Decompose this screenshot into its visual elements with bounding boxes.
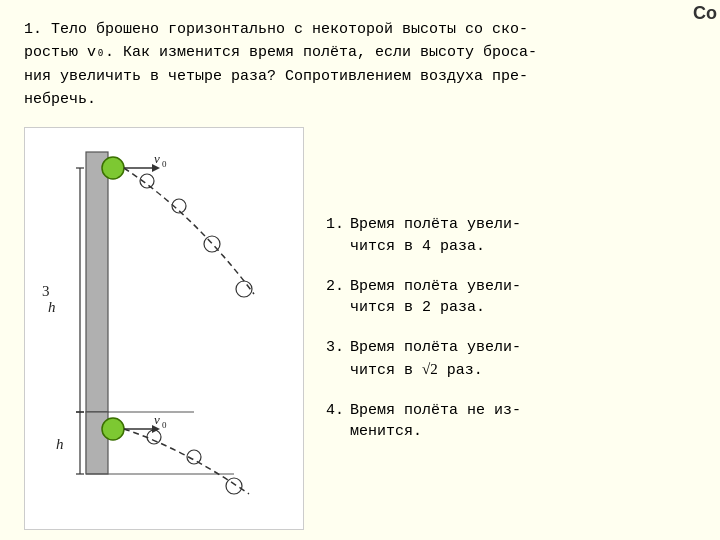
answers-container: 1. Время полёта увели- чится в 4 раза. 2… <box>314 127 696 530</box>
answer-item-3: 3. Время полёта увели- чится в √2 раз. <box>324 337 696 382</box>
content-area: v 0 3 h <box>24 127 696 530</box>
answer-number-2: 2. <box>324 276 344 298</box>
svg-text:0: 0 <box>162 159 167 169</box>
svg-text:0: 0 <box>162 420 167 430</box>
svg-text:h: h <box>56 436 64 452</box>
diagram-container: v 0 3 h <box>24 127 304 530</box>
answer-item-4: 4. Время полёта не из- менится. <box>324 400 696 444</box>
svg-point-24 <box>147 430 161 444</box>
svg-text:v: v <box>154 151 160 166</box>
corner-badge: Co <box>693 3 717 24</box>
answer-text-3: Время полёта увели- чится в √2 раз. <box>350 337 696 382</box>
svg-rect-0 <box>86 152 108 412</box>
svg-text:v: v <box>154 412 160 427</box>
answer-number-4: 4. <box>324 400 344 422</box>
question-text: 1. Тело брошено горизонтально с некоторо… <box>24 18 696 111</box>
answer-text-1: Время полёта увели- чится в 4 раза. <box>350 214 696 258</box>
svg-text:h: h <box>48 299 56 315</box>
svg-point-19 <box>102 418 124 440</box>
svg-point-26 <box>226 478 242 494</box>
answer-item-2: 2. Время полёта увели- чится в 2 раза. <box>324 276 696 320</box>
answer-item-1: 1. Время полёта увели- чится в 4 раза. <box>324 214 696 258</box>
svg-point-9 <box>204 236 220 252</box>
answer-text-2: Время полёта увели- чится в 2 раза. <box>350 276 696 320</box>
svg-text:3: 3 <box>42 283 50 299</box>
page: Co 1. Тело брошено горизонтально с некот… <box>0 0 720 540</box>
answer-number-3: 3. <box>324 337 344 359</box>
svg-point-2 <box>102 157 124 179</box>
answer-number-1: 1. <box>324 214 344 236</box>
answer-text-4: Время полёта не из- менится. <box>350 400 696 444</box>
diagram-svg: v 0 3 h <box>34 134 294 524</box>
